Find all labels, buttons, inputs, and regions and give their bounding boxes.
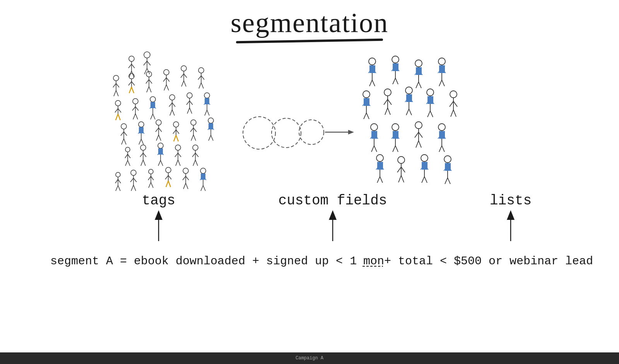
svg-line-270 (419, 132, 422, 138)
svg-line-146 (178, 153, 181, 157)
svg-line-141 (158, 160, 161, 166)
svg-line-78 (190, 108, 192, 114)
svg-line-305 (445, 178, 448, 184)
svg-point-260 (392, 124, 399, 131)
svg-point-267 (415, 122, 422, 129)
svg-line-45 (201, 76, 204, 80)
svg-line-91 (124, 139, 126, 145)
filter-circle-1 (243, 117, 275, 149)
svg-point-300 (444, 156, 451, 163)
svg-line-72 (172, 110, 174, 116)
svg-line-218 (439, 80, 442, 86)
svg-line-47 (201, 83, 203, 88)
svg-line-101 (156, 128, 159, 132)
filter-circle-3 (299, 120, 324, 145)
svg-point-227 (384, 89, 391, 96)
svg-line-169 (148, 176, 151, 180)
svg-point-220 (363, 91, 370, 98)
svg-line-278 (439, 146, 442, 152)
svg-line-33 (166, 78, 169, 82)
svg-point-117 (208, 118, 214, 123)
person-figure-yellow (173, 122, 179, 141)
svg-point-92 (139, 122, 144, 127)
svg-line-166 (133, 185, 136, 191)
svg-point-280 (376, 155, 383, 162)
svg-line-198 (372, 80, 375, 86)
person-figure (148, 169, 154, 188)
svg-point-240 (427, 89, 434, 96)
svg-line-77 (187, 108, 190, 114)
svg-line-142 (161, 160, 163, 166)
svg-point-0 (129, 56, 134, 61)
person-figure-blue (426, 89, 434, 117)
svg-line-230 (388, 99, 392, 105)
svg-line-34 (164, 85, 166, 90)
svg-point-99 (156, 120, 161, 125)
svg-line-265 (393, 146, 395, 152)
svg-line-35 (166, 85, 169, 90)
svg-line-3 (132, 64, 135, 68)
svg-line-75 (186, 101, 190, 105)
svg-line-134 (141, 160, 143, 166)
svg-line-153 (193, 160, 195, 166)
svg-line-23 (132, 87, 134, 93)
svg-line-171 (149, 182, 151, 188)
person-figure (121, 124, 127, 145)
person-figure (146, 71, 152, 92)
svg-point-124 (125, 147, 130, 152)
person-figure (130, 170, 137, 191)
svg-line-132 (140, 153, 143, 157)
person-figure (181, 66, 187, 87)
svg-line-39 (184, 74, 187, 78)
svg-line-272 (419, 141, 421, 148)
svg-point-73 (187, 93, 192, 98)
svg-line-183 (183, 183, 186, 189)
svg-line-88 (121, 132, 124, 136)
svg-line-76 (190, 101, 193, 105)
person-figure (183, 168, 189, 189)
svg-line-66 (153, 114, 155, 119)
svg-line-113 (190, 128, 193, 132)
svg-line-211 (416, 82, 419, 88)
svg-line-15 (116, 83, 119, 87)
svg-point-60 (150, 97, 156, 102)
person-figure-blue (200, 168, 206, 191)
person-figure (163, 70, 169, 90)
svg-point-199 (392, 56, 399, 63)
svg-line-17 (116, 90, 118, 96)
title-area: segmentation (231, 7, 388, 42)
svg-point-130 (140, 145, 146, 150)
person-figure (156, 120, 162, 141)
svg-line-204 (393, 78, 395, 84)
svg-line-40 (181, 81, 184, 87)
custom-fields-arrow-head (329, 210, 337, 220)
svg-line-289 (397, 167, 401, 172)
person-figure-blue (415, 60, 422, 88)
person-figure-blue (438, 124, 446, 152)
svg-line-299 (424, 177, 427, 183)
svg-line-159 (116, 185, 118, 191)
svg-line-22 (129, 87, 132, 93)
svg-point-213 (438, 58, 445, 65)
person-figure-blue (376, 155, 384, 183)
filter-arrow-head (348, 130, 354, 134)
svg-line-9 (147, 61, 150, 65)
svg-line-85 (207, 110, 209, 116)
svg-line-225 (364, 113, 366, 119)
svg-point-233 (405, 87, 412, 94)
svg-line-269 (415, 132, 419, 138)
svg-line-128 (125, 160, 128, 166)
page-title: segmentation (231, 7, 388, 38)
person-figure-blue (392, 124, 399, 152)
svg-line-258 (371, 146, 374, 152)
svg-line-122 (209, 135, 211, 141)
svg-point-192 (369, 58, 376, 65)
svg-line-176 (168, 175, 171, 179)
svg-line-177 (166, 181, 168, 187)
svg-point-6 (144, 52, 150, 58)
svg-line-246 (430, 111, 433, 117)
svg-point-173 (166, 167, 171, 173)
svg-line-50 (115, 109, 118, 112)
svg-line-108 (176, 130, 179, 134)
svg-line-190 (201, 185, 203, 191)
